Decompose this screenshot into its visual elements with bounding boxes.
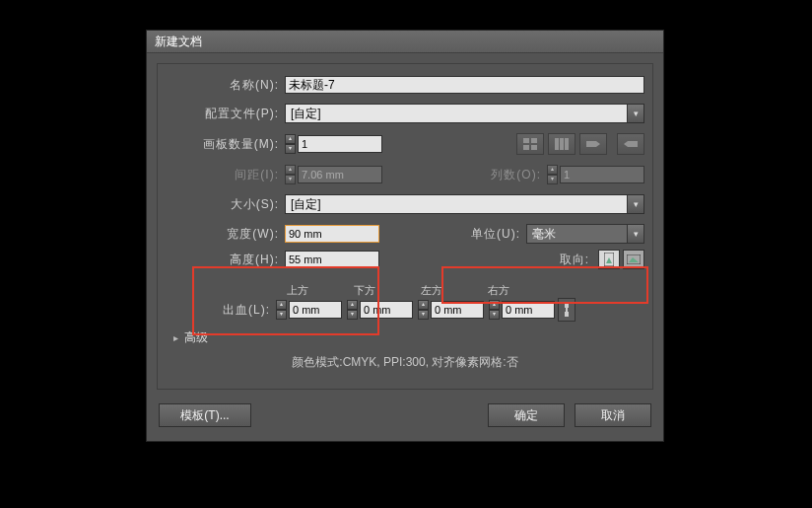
bleed-header-bottom: 下方 — [352, 283, 419, 298]
bleed-left-input[interactable] — [431, 301, 484, 319]
width-label: 宽度(W): — [166, 226, 285, 243]
advanced-toggle[interactable]: 高级 — [173, 329, 644, 346]
height-input[interactable] — [285, 251, 379, 268]
bleed-headers: 上方 下方 左方 右方 — [285, 283, 644, 298]
bleed-bottom-input[interactable] — [360, 301, 413, 319]
bleed-label: 出血(L): — [166, 302, 276, 319]
spacing-input — [298, 166, 382, 183]
dialog-title: 新建文档 — [147, 31, 663, 53]
height-label: 高度(H): — [166, 252, 285, 268]
chevron-down-icon[interactable] — [627, 225, 643, 243]
arrange-grid-col-icon[interactable] — [548, 133, 575, 155]
arrange-row-rtl-icon[interactable] — [579, 133, 607, 155]
ok-button[interactable]: 确定 — [488, 403, 565, 427]
svg-rect-3 — [531, 145, 537, 150]
chevron-down-icon[interactable] — [627, 105, 643, 122]
arrange-row-ltr-icon[interactable] — [617, 133, 644, 155]
svg-rect-4 — [555, 138, 559, 150]
new-document-dialog: 新建文档 名称(N): 配置文件(P): [自定] 画板数量(M): ▴▾ — [146, 30, 664, 442]
bleed-top-spinner[interactable]: ▴▾ — [276, 300, 287, 320]
profile-dropdown[interactable]: [自定] — [285, 104, 644, 123]
profile-label: 配置文件(P): — [166, 106, 285, 122]
svg-rect-7 — [586, 141, 596, 147]
bleed-right-input[interactable] — [502, 301, 555, 319]
svg-rect-6 — [565, 138, 569, 150]
artboards-input[interactable] — [298, 135, 382, 153]
columns-label: 列数(O): — [491, 167, 547, 183]
bleed-top-input[interactable] — [289, 301, 342, 319]
svg-rect-5 — [560, 138, 564, 150]
columns-spinner: ▴▾ — [547, 165, 558, 184]
template-button[interactable]: 模板(T)... — [159, 403, 251, 427]
bleed-header-top: 上方 — [285, 283, 352, 298]
svg-rect-0 — [523, 138, 529, 143]
name-label: 名称(N): — [166, 77, 285, 94]
profile-value: [自定] — [286, 106, 627, 122]
cancel-button[interactable]: 取消 — [575, 403, 651, 427]
svg-rect-1 — [531, 138, 537, 143]
size-label: 大小(S): — [166, 196, 285, 213]
bleed-bottom-spinner[interactable]: ▴▾ — [347, 300, 358, 320]
spacing-spinner: ▴▾ — [285, 165, 296, 184]
arrange-grid-row-icon[interactable] — [516, 133, 544, 155]
spacing-label: 间距(I): — [166, 167, 285, 183]
orientation-label: 取向: — [560, 252, 595, 268]
bleed-left-spinner[interactable]: ▴▾ — [418, 300, 429, 320]
main-panel: 名称(N): 配置文件(P): [自定] 画板数量(M): ▴▾ — [157, 63, 653, 390]
bleed-link-icon[interactable] — [558, 298, 575, 322]
artboards-spinner[interactable]: ▴▾ — [285, 134, 296, 154]
artboards-label: 画板数量(M): — [166, 136, 285, 153]
columns-input — [560, 166, 644, 183]
chevron-down-icon[interactable] — [627, 195, 643, 213]
bleed-header-left: 左方 — [419, 283, 486, 298]
units-dropdown[interactable]: 毫米 — [526, 224, 644, 244]
summary-text: 颜色模式:CMYK, PPI:300, 对齐像素网格:否 — [166, 354, 644, 371]
units-label: 单位(U): — [471, 226, 526, 243]
svg-rect-2 — [523, 145, 529, 150]
svg-rect-8 — [628, 141, 638, 147]
size-value: [自定] — [286, 196, 627, 213]
bleed-right-spinner[interactable]: ▴▾ — [489, 300, 500, 320]
size-dropdown[interactable]: [自定] — [285, 194, 644, 214]
orientation-landscape-icon[interactable] — [623, 250, 644, 269]
orientation-portrait-icon[interactable] — [598, 250, 620, 269]
bleed-header-right: 右方 — [486, 283, 553, 298]
units-value: 毫米 — [527, 226, 627, 243]
width-input[interactable] — [285, 225, 379, 243]
name-input[interactable] — [285, 76, 644, 94]
